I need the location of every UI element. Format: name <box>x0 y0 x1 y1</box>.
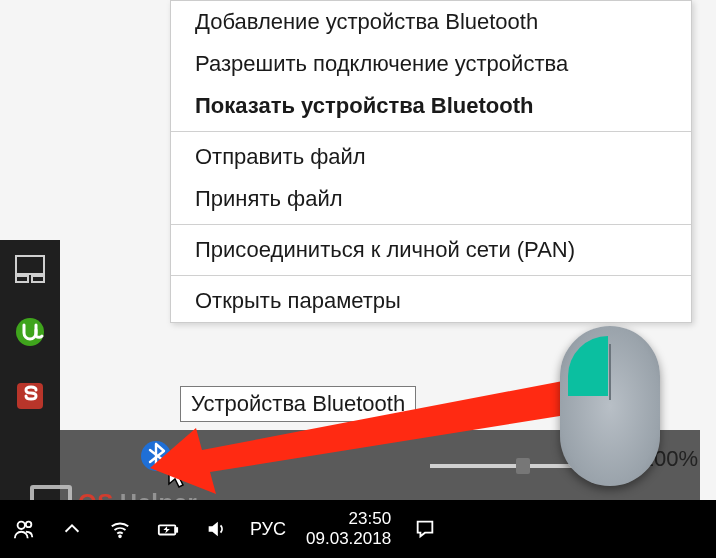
bluetooth-tooltip: Устройства Bluetooth <box>180 386 416 422</box>
task-view-icon[interactable] <box>12 250 48 286</box>
menu-item[interactable]: Показать устройства Bluetooth <box>171 85 691 127</box>
svg-point-7 <box>26 522 32 528</box>
menu-item[interactable]: Присоединиться к личной сети (PAN) <box>171 229 691 271</box>
wifi-icon[interactable] <box>96 500 144 558</box>
svg-rect-1 <box>16 276 28 282</box>
clock[interactable]: 23:50 09.03.2018 <box>296 509 401 548</box>
taskbar-pinned-area <box>0 240 60 510</box>
menu-item[interactable]: Добавление устройства Bluetooth <box>171 1 691 43</box>
menu-separator <box>171 275 691 276</box>
annotation-mouse-left-button <box>568 336 608 396</box>
menu-separator <box>171 224 691 225</box>
people-icon[interactable] <box>0 500 48 558</box>
clock-time: 23:50 <box>349 509 392 529</box>
svg-rect-2 <box>32 276 44 282</box>
action-center-icon[interactable] <box>401 500 449 558</box>
bluetooth-context-menu: Добавление устройства BluetoothРазрешить… <box>170 0 692 323</box>
menu-item[interactable]: Принять файл <box>171 178 691 220</box>
battery-charging-icon[interactable] <box>144 500 192 558</box>
svg-rect-10 <box>175 528 177 532</box>
menu-item[interactable]: Разрешить подключение устройства <box>171 43 691 85</box>
svg-point-3 <box>16 318 44 346</box>
svg-point-6 <box>18 522 25 529</box>
menu-item[interactable]: Отправить файл <box>171 136 691 178</box>
zoom-slider-knob[interactable] <box>516 458 530 474</box>
utorrent-icon[interactable] <box>12 314 48 350</box>
taskbar: РУС 23:50 09.03.2018 <box>0 500 716 558</box>
svg-rect-0 <box>16 256 44 274</box>
tray-chevron-up-icon[interactable] <box>48 500 96 558</box>
svg-point-8 <box>119 535 121 537</box>
menu-separator <box>171 131 691 132</box>
snagit-icon[interactable] <box>12 378 48 414</box>
volume-icon[interactable] <box>192 500 240 558</box>
language-indicator[interactable]: РУС <box>240 519 296 540</box>
annotation-mouse-graphic <box>560 326 660 486</box>
clock-date: 09.03.2018 <box>306 529 391 549</box>
menu-item[interactable]: Открыть параметры <box>171 280 691 322</box>
